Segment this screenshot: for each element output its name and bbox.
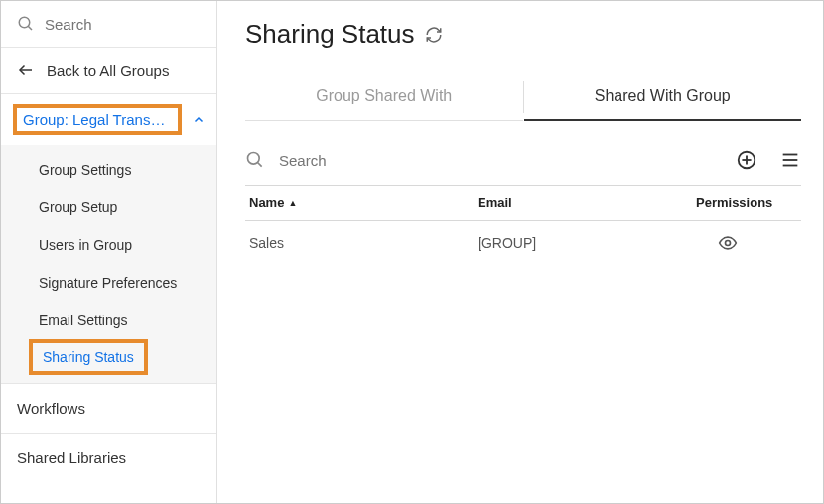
tab-shared-with-group[interactable]: Shared With Group xyxy=(524,77,802,121)
sidebar-search-input[interactable] xyxy=(45,16,201,33)
sort-asc-icon: ▲ xyxy=(288,198,297,208)
sidebar-item-shared-libraries[interactable]: Shared Libraries xyxy=(1,433,216,482)
column-header-name-label: Name xyxy=(249,195,284,210)
sidebar-search[interactable] xyxy=(1,1,216,48)
sidebar-item-group-settings[interactable]: Group Settings xyxy=(1,151,216,189)
svg-line-1 xyxy=(28,26,32,30)
search-icon xyxy=(245,150,265,170)
group-header-label: Group: Legal Transacti... xyxy=(13,104,182,135)
svg-point-3 xyxy=(248,153,260,165)
svg-point-11 xyxy=(726,241,731,246)
search-icon xyxy=(17,15,35,33)
sidebar-item-signature-preferences[interactable]: Signature Preferences xyxy=(1,264,216,302)
group-header[interactable]: Group: Legal Transacti... xyxy=(1,94,216,145)
subnav: Group Settings Group Setup Users in Grou… xyxy=(1,145,216,383)
column-header-email[interactable]: Email xyxy=(478,195,696,210)
tabs: Group Shared With Shared With Group xyxy=(245,77,801,121)
chevron-up-icon xyxy=(193,114,205,126)
page-title: Sharing Status xyxy=(245,19,415,50)
cell-email: [GROUP] xyxy=(478,235,696,251)
add-icon[interactable] xyxy=(736,149,757,171)
sidebar-item-sharing-status[interactable]: Sharing Status xyxy=(29,339,148,375)
eye-icon xyxy=(718,233,797,253)
cell-permissions xyxy=(696,233,797,253)
svg-point-0 xyxy=(19,17,30,28)
sidebar-item-group-setup[interactable]: Group Setup xyxy=(1,189,216,226)
svg-line-4 xyxy=(258,163,262,167)
toolbar-actions xyxy=(736,149,801,171)
back-label: Back to All Groups xyxy=(47,63,169,79)
app-frame: Back to All Groups Group: Legal Transact… xyxy=(0,0,824,504)
column-header-name[interactable]: Name ▲ xyxy=(249,195,478,210)
title-row: Sharing Status xyxy=(245,19,801,50)
menu-icon[interactable] xyxy=(779,149,801,171)
table-row[interactable]: Sales [GROUP] xyxy=(245,221,801,265)
sidebar-item-email-settings[interactable]: Email Settings xyxy=(1,302,216,339)
table-toolbar xyxy=(245,149,801,171)
sidebar: Back to All Groups Group: Legal Transact… xyxy=(1,1,217,503)
back-to-groups[interactable]: Back to All Groups xyxy=(1,48,216,94)
table-search-input[interactable] xyxy=(279,152,722,169)
refresh-icon[interactable] xyxy=(425,26,443,44)
table-header: Name ▲ Email Permissions xyxy=(245,185,801,221)
sidebar-item-workflows[interactable]: Workflows xyxy=(1,383,216,433)
arrow-left-icon xyxy=(17,62,35,79)
tab-group-shared-with[interactable]: Group Shared With xyxy=(245,77,523,121)
column-header-permissions[interactable]: Permissions xyxy=(696,195,797,210)
sidebar-item-users-in-group[interactable]: Users in Group xyxy=(1,226,216,264)
main-content: Sharing Status Group Shared With Shared … xyxy=(217,1,823,503)
cell-name: Sales xyxy=(249,235,478,251)
